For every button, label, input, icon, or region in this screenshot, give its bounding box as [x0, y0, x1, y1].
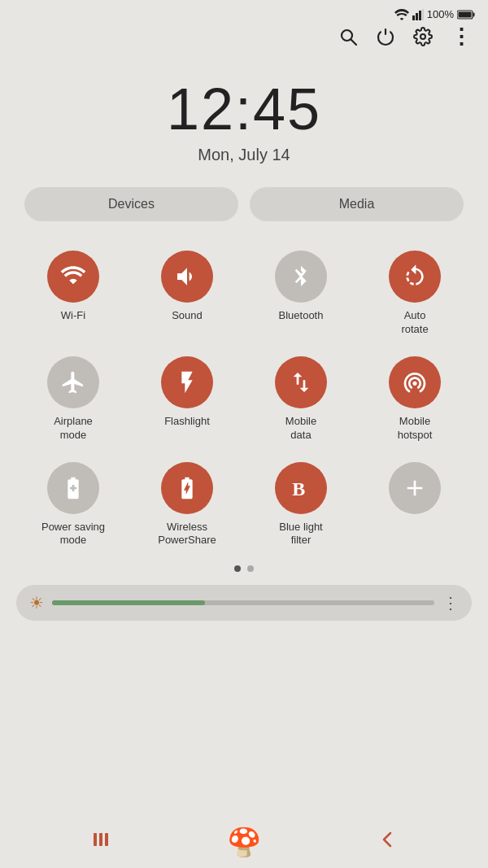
mobiledata-tile-icon — [275, 356, 327, 408]
hotspot-tile-icon — [389, 356, 441, 408]
flashlight-tile-icon — [161, 356, 213, 408]
tab-media[interactable]: Media — [250, 187, 464, 221]
page-dots — [0, 554, 488, 580]
wirelesspowershare-tile-label: Wireless PowerShare — [158, 521, 216, 548]
flashlight-tile-label: Flashlight — [164, 415, 210, 429]
svg-text:B: B — [292, 478, 305, 499]
mobiledata-tile-label: Mobile data — [285, 415, 316, 443]
airplane-tile-label: Airplane mode — [54, 415, 93, 443]
status-bar: 100% — [0, 0, 488, 24]
tile-bluelightfilter[interactable]: B Blue light filter — [244, 454, 358, 555]
airplane-tile-icon — [47, 356, 99, 408]
clock-date: Mon, July 14 — [0, 146, 488, 164]
tile-flashlight[interactable]: Flashlight — [130, 348, 244, 449]
nav-home-button[interactable]: 🍄 — [227, 826, 261, 858]
tile-airplane[interactable]: Airplane mode — [16, 348, 130, 449]
svg-point-9 — [420, 34, 425, 39]
wifi-status-icon — [394, 9, 409, 20]
svg-rect-12 — [99, 833, 102, 846]
status-icons: 100% — [394, 8, 475, 20]
powersaving-tile-label: Power saving mode — [41, 521, 105, 548]
tile-autorotate[interactable]: Auto rotate — [358, 242, 472, 343]
nav-back-button[interactable] — [376, 828, 399, 857]
tile-hotspot[interactable]: Mobile hotspot — [358, 348, 472, 449]
add-tile-icon — [389, 462, 441, 514]
brightness-track[interactable] — [52, 600, 434, 605]
svg-rect-13 — [105, 833, 108, 846]
wifi-tile-icon — [47, 251, 99, 303]
bluetooth-tile-label: Bluetooth — [279, 309, 324, 323]
tiles-grid: Wi-Fi Sound Bluetooth Auto rotate Airpla… — [0, 234, 488, 554]
svg-rect-0 — [412, 15, 415, 20]
wirelesspowershare-tile-icon — [161, 462, 213, 514]
wifi-tile-label: Wi-Fi — [61, 309, 85, 323]
tile-sound[interactable]: Sound — [130, 242, 244, 343]
svg-rect-6 — [459, 11, 472, 17]
bottom-nav: 🍄 — [0, 816, 488, 868]
tile-bluetooth[interactable]: Bluetooth — [244, 242, 358, 343]
settings-icon[interactable] — [413, 27, 433, 51]
tile-wifi[interactable]: Wi-Fi — [16, 242, 130, 343]
clock-section: 12:45 Mon, July 14 — [0, 59, 488, 171]
bluelightfilter-tile-icon: B — [275, 462, 327, 514]
clock-time: 12:45 — [0, 76, 488, 142]
brightness-fill — [52, 600, 205, 605]
brightness-icon: ☀ — [29, 593, 44, 613]
autorotate-tile-icon — [389, 251, 441, 303]
tile-mobiledata[interactable]: Mobile data — [244, 348, 358, 449]
search-icon[interactable] — [338, 27, 358, 51]
tile-wirelesspowershare[interactable]: Wireless PowerShare — [130, 454, 244, 555]
dot-1 — [234, 565, 241, 572]
battery-icon — [457, 10, 475, 20]
tab-row: Devices Media — [0, 171, 488, 234]
tab-devices[interactable]: Devices — [24, 187, 238, 221]
bluetooth-tile-icon — [275, 251, 327, 303]
battery-text: 100% — [427, 8, 454, 20]
recent-apps-icon — [89, 828, 112, 851]
svg-rect-1 — [416, 13, 418, 20]
tile-powersaving[interactable]: Power saving mode — [16, 454, 130, 555]
svg-rect-3 — [422, 9, 424, 20]
more-icon[interactable]: ⋮ — [451, 27, 472, 51]
brightness-row[interactable]: ☀ ⋮ — [16, 585, 472, 621]
sound-tile-label: Sound — [172, 309, 203, 323]
sound-tile-icon — [161, 251, 213, 303]
bluelightfilter-tile-label: Blue light filter — [279, 521, 322, 548]
autorotate-tile-label: Auto rotate — [401, 309, 428, 337]
svg-rect-5 — [473, 12, 475, 16]
dot-2 — [247, 565, 254, 572]
power-icon[interactable] — [376, 27, 395, 51]
hotspot-tile-label: Mobile hotspot — [398, 415, 433, 443]
brightness-more-icon[interactable]: ⋮ — [442, 593, 459, 613]
powersaving-tile-icon — [47, 462, 99, 514]
back-icon — [376, 828, 399, 851]
top-actions: ⋮ — [0, 24, 488, 59]
svg-line-8 — [351, 40, 357, 46]
tile-add[interactable] — [358, 454, 472, 555]
nav-recent-button[interactable] — [89, 828, 112, 857]
svg-rect-11 — [94, 833, 97, 846]
signal-icon — [412, 9, 424, 20]
svg-rect-2 — [419, 11, 421, 20]
